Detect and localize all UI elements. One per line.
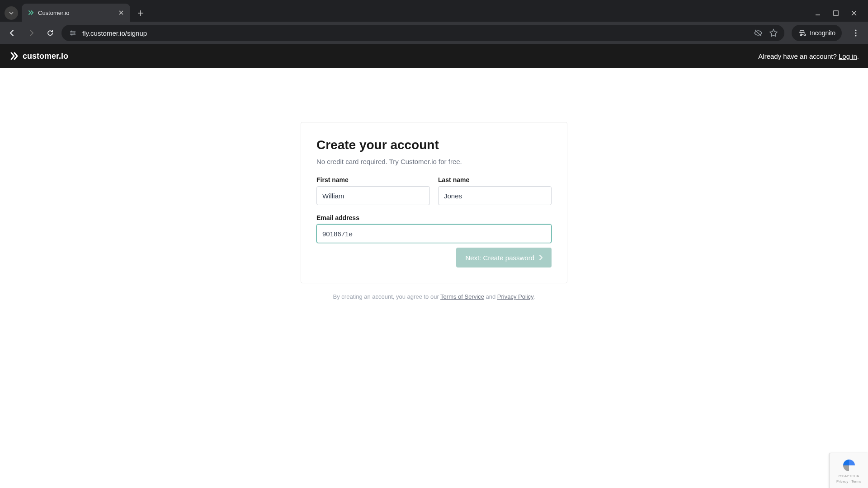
svg-point-2	[74, 33, 75, 34]
reload-icon	[46, 29, 54, 37]
next-create-password-button[interactable]: Next: Create password	[456, 248, 552, 267]
first-name-input[interactable]	[316, 186, 430, 205]
svg-rect-0	[834, 11, 838, 15]
incognito-icon	[798, 29, 806, 37]
recaptcha-badge[interactable]: reCAPTCHA Privacy - Terms	[829, 453, 868, 488]
email-input[interactable]	[316, 224, 552, 243]
forward-button[interactable]	[24, 25, 39, 41]
brand-name: customer.io	[23, 52, 68, 61]
incognito-label: Incognito	[810, 29, 835, 37]
legal-and: and	[484, 293, 497, 300]
close-icon	[119, 10, 123, 15]
legal-prefix: By creating an account, you agree to our	[333, 293, 441, 300]
svg-point-6	[855, 35, 856, 36]
logo-icon	[9, 51, 19, 61]
kebab-icon	[855, 29, 857, 37]
chevron-right-icon	[539, 255, 542, 260]
svg-point-1	[71, 31, 72, 32]
window-minimize-button[interactable]	[814, 9, 822, 17]
tab-close-button[interactable]	[118, 9, 125, 16]
signup-card: Create your account No credit card requi…	[301, 122, 567, 283]
browser-menu-button[interactable]	[848, 25, 863, 41]
last-name-label: Last name	[438, 176, 552, 183]
tab-search-button[interactable]	[5, 6, 18, 20]
new-tab-button[interactable]	[134, 6, 147, 20]
page-viewport: customer.io Already have an account? Log…	[0, 44, 868, 488]
reload-button[interactable]	[42, 25, 58, 41]
email-field: Email address	[316, 214, 552, 243]
arrow-left-icon	[8, 29, 16, 37]
window-maximize-button[interactable]	[832, 9, 840, 17]
first-name-field: First name	[316, 176, 430, 205]
last-name-field: Last name	[438, 176, 552, 205]
legal-text: By creating an account, you agree to our…	[333, 293, 535, 300]
email-label: Email address	[316, 214, 552, 221]
recaptcha-label: reCAPTCHA	[839, 474, 859, 479]
header-login-prompt: Already have an account? Log in.	[758, 52, 859, 60]
arrow-right-icon	[27, 29, 35, 37]
recaptcha-terms: Privacy - Terms	[836, 480, 861, 484]
star-icon	[769, 28, 778, 38]
back-button[interactable]	[5, 25, 20, 41]
svg-point-4	[855, 29, 856, 31]
svg-point-3	[71, 34, 73, 36]
browser-tab-strip: Customer.io	[0, 0, 868, 22]
login-link[interactable]: Log in	[839, 52, 857, 60]
privacy-link[interactable]: Privacy Policy	[497, 293, 533, 300]
login-prompt-text: Already have an account?	[758, 52, 839, 60]
close-icon	[851, 10, 857, 16]
legal-suffix: .	[533, 293, 535, 300]
recaptcha-icon	[841, 458, 857, 473]
terms-link[interactable]: Terms of Service	[440, 293, 484, 300]
browser-toolbar: fly.customer.io/signup Incognito	[0, 22, 868, 44]
plus-icon	[137, 10, 144, 16]
app-header: customer.io Already have an account? Log…	[0, 44, 868, 68]
window-close-button[interactable]	[850, 9, 858, 17]
eye-off-icon[interactable]	[754, 28, 763, 38]
tune-icon	[69, 29, 76, 37]
favicon-icon	[27, 9, 34, 16]
site-info-button[interactable]	[68, 28, 78, 38]
incognito-badge[interactable]: Incognito	[792, 25, 842, 41]
page-subtitle: No credit card required. Try Customer.io…	[316, 158, 552, 165]
url-text: fly.customer.io/signup	[82, 29, 749, 37]
tab-title: Customer.io	[38, 9, 114, 16]
main-content: Create your account No credit card requi…	[0, 68, 868, 488]
last-name-input[interactable]	[438, 186, 552, 205]
address-bar[interactable]: fly.customer.io/signup	[61, 25, 784, 41]
first-name-label: First name	[316, 176, 430, 183]
svg-point-5	[855, 32, 856, 33]
page-title: Create your account	[316, 138, 552, 152]
next-button-label: Next: Create password	[465, 254, 534, 262]
window-controls	[814, 9, 863, 17]
bookmark-button[interactable]	[769, 28, 778, 38]
browser-tab-active[interactable]: Customer.io	[22, 4, 130, 22]
maximize-icon	[833, 10, 839, 16]
brand-logo[interactable]: customer.io	[9, 51, 68, 61]
chevron-down-icon	[9, 10, 14, 16]
minimize-icon	[815, 10, 821, 16]
